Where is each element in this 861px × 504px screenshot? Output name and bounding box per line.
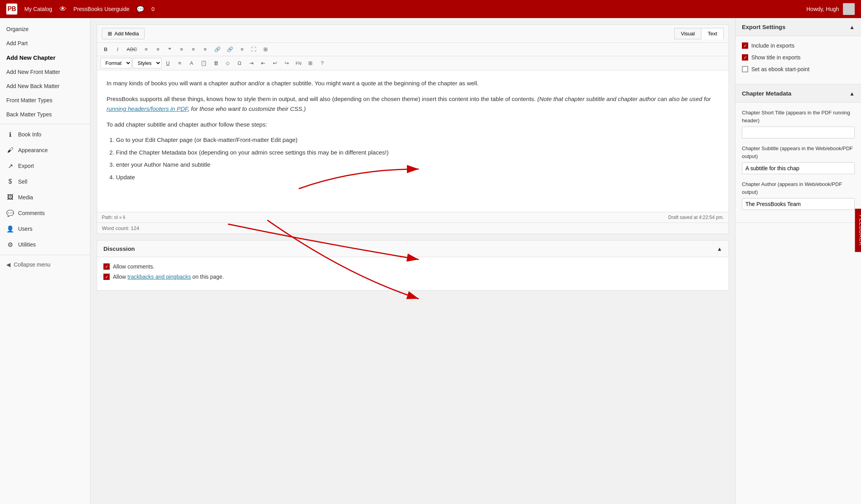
word-count-value: 124 — [131, 225, 139, 231]
comments-sidebar-icon: 💬 — [6, 209, 14, 217]
insert-more-button[interactable]: ≡ — [237, 44, 248, 54]
sidebar-item-users[interactable]: 👤 Users — [0, 221, 90, 237]
catalog-link[interactable]: My Catalog — [24, 6, 52, 12]
sidebar-item-book-info[interactable]: ℹ Book Info — [0, 127, 90, 142]
font-color-button[interactable]: A — [186, 58, 197, 68]
allow-comments-checkbox[interactable] — [103, 263, 110, 270]
sidebar-item-add-new-chapter[interactable]: Add New Chapter — [0, 50, 90, 65]
sidebar-item-utilities[interactable]: ⚙ Utilities — [0, 237, 90, 252]
table-button[interactable]: ⊞ — [305, 58, 316, 68]
blockquote-button[interactable]: ❝ — [164, 44, 175, 54]
italic-button[interactable]: I — [112, 44, 123, 54]
discussion-body: Allow comments. Allow trackbacks and pin… — [97, 257, 729, 290]
book-info-label: Book Info — [18, 131, 41, 138]
utilities-icon: ⚙ — [6, 241, 14, 248]
sidebar-item-sell[interactable]: $ Sell — [0, 174, 90, 189]
ordered-list-button[interactable]: ≡ — [153, 44, 164, 54]
content-para-3: To add chapter subtitle and chapter auth… — [107, 120, 719, 130]
export-settings-collapse-icon[interactable]: ▲ — [849, 24, 855, 30]
draft-saved: Draft saved at 4:22:54 pm. — [668, 215, 724, 220]
allow-trackbacks-checkbox[interactable] — [103, 274, 110, 280]
italic-text: (Note that chapter subtitle and chapter … — [107, 96, 711, 112]
sidebar-item-back-matter-types[interactable]: Back Matter Types — [0, 107, 90, 121]
sidebar-item-export[interactable]: ↗ Export — [0, 158, 90, 174]
help-button[interactable]: ? — [317, 58, 328, 68]
running-headers-link[interactable]: running headers/footers in PDF — [107, 105, 188, 112]
users-label: Users — [18, 226, 33, 232]
add-media-button[interactable]: ⊞ Add Media — [102, 28, 145, 39]
undo-button[interactable]: ↩ — [269, 58, 280, 68]
set-ebook-checkbox[interactable] — [742, 66, 748, 72]
unordered-list-button[interactable]: ≡ — [141, 44, 152, 54]
info-icon: ℹ — [6, 131, 14, 138]
align-right-button[interactable]: ≡ — [200, 44, 211, 54]
redo-button[interactable]: ↪ — [281, 58, 292, 68]
unlink-button[interactable]: 🔗 — [224, 44, 236, 54]
collapse-menu[interactable]: ◀ Collapse menu — [0, 258, 90, 272]
feedback-tab[interactable]: FEEDBACK — [855, 209, 861, 252]
discussion-collapse-icon[interactable]: ▲ — [717, 246, 722, 252]
front-matter-types-label: Front Matter Types — [6, 97, 52, 103]
sidebar-divider-2 — [0, 255, 90, 255]
show-title-row: Show title in exports — [742, 54, 855, 61]
sidebar: Organize Add Part Add New Chapter Add Ne… — [0, 18, 90, 504]
justify-button[interactable]: ≡ — [174, 58, 185, 68]
sidebar-item-organize[interactable]: Organize — [0, 22, 90, 36]
indent-button[interactable]: ⇥ — [246, 58, 257, 68]
align-left-button[interactable]: ≡ — [176, 44, 187, 54]
styles-select[interactable]: Styles — [132, 58, 162, 68]
book-link[interactable]: PressBooks Userguide — [74, 6, 129, 12]
sidebar-item-comments[interactable]: 💬 Comments — [0, 205, 90, 221]
discussion-title: Discussion — [103, 245, 135, 252]
special-chars-button[interactable]: Ω — [234, 58, 245, 68]
path-info: Path: ol » li — [102, 215, 125, 220]
word-count-bar: Word count: 124 — [97, 223, 729, 234]
chapter-metadata-title: Chapter Metadata — [742, 90, 791, 97]
clear-formatting-button[interactable]: 🗑 — [210, 58, 221, 68]
bold-button[interactable]: B — [100, 44, 111, 54]
layout: Organize Add Part Add New Chapter Add Ne… — [0, 18, 861, 504]
export-settings-header: Export Settings ▲ — [736, 18, 861, 36]
avatar — [843, 3, 855, 15]
allow-comments-label: Allow comments. — [113, 263, 155, 270]
allow-comments-row: Allow comments. — [103, 263, 722, 270]
author-input[interactable] — [742, 198, 855, 210]
strikethrough-button[interactable]: ABC — [124, 44, 140, 54]
collapse-icon: ◀ — [6, 261, 11, 268]
show-kitchen-sink-button[interactable]: ⊞ — [260, 44, 271, 54]
include-exports-label: Include in exports — [751, 42, 795, 49]
underline-button[interactable]: U — [162, 58, 173, 68]
include-exports-checkbox[interactable] — [742, 42, 748, 49]
export-settings-section: Export Settings ▲ Include in exports Sho… — [736, 18, 861, 85]
fn-button[interactable]: FN — [293, 59, 304, 68]
sidebar-item-media[interactable]: 🖼 Media — [0, 189, 90, 205]
chapter-metadata-collapse-icon[interactable]: ▲ — [849, 90, 855, 97]
editor-body[interactable]: In many kinds of books you will want a c… — [97, 70, 729, 212]
top-nav-right: Howdy, Hugh — [806, 3, 855, 15]
paste-from-word-button[interactable]: 📋 — [198, 58, 210, 68]
word-count-label: Word count: — [102, 225, 129, 231]
anchor-button[interactable]: ◇ — [222, 58, 233, 68]
sidebar-item-add-part[interactable]: Add Part — [0, 36, 90, 50]
link-button[interactable]: 🔗 — [212, 44, 223, 54]
format-select[interactable]: Format — [100, 58, 132, 68]
align-center-button[interactable]: ≡ — [188, 44, 199, 54]
show-title-checkbox[interactable] — [742, 54, 748, 61]
export-settings-body: Include in exports Show title in exports… — [736, 36, 861, 84]
sidebar-item-front-matter-types[interactable]: Front Matter Types — [0, 93, 90, 107]
visual-text-tabs: Visual Text — [674, 28, 724, 39]
top-nav-left: PB My Catalog 👁 PressBooks Userguide 💬 0 — [6, 4, 155, 15]
outdent-button[interactable]: ⇤ — [258, 58, 269, 68]
subtitle-input[interactable] — [742, 162, 855, 174]
list-item-2: Find the Chapter Metadata box (depending… — [116, 147, 719, 158]
tab-text[interactable]: Text — [701, 28, 724, 39]
fullscreen-button[interactable]: ⛶ — [248, 44, 259, 54]
trackbacks-link[interactable]: trackbacks and pingbacks — [127, 274, 191, 280]
short-title-input[interactable] — [742, 127, 855, 138]
sidebar-item-add-new-front-matter[interactable]: Add New Front Matter — [0, 65, 90, 79]
tab-visual[interactable]: Visual — [674, 28, 701, 39]
sidebar-item-appearance[interactable]: 🖌 Appearance — [0, 142, 90, 158]
sidebar-item-add-new-back-matter[interactable]: Add New Back Matter — [0, 79, 90, 93]
users-icon: 👤 — [6, 225, 14, 233]
comments-label: Comments — [18, 210, 45, 216]
